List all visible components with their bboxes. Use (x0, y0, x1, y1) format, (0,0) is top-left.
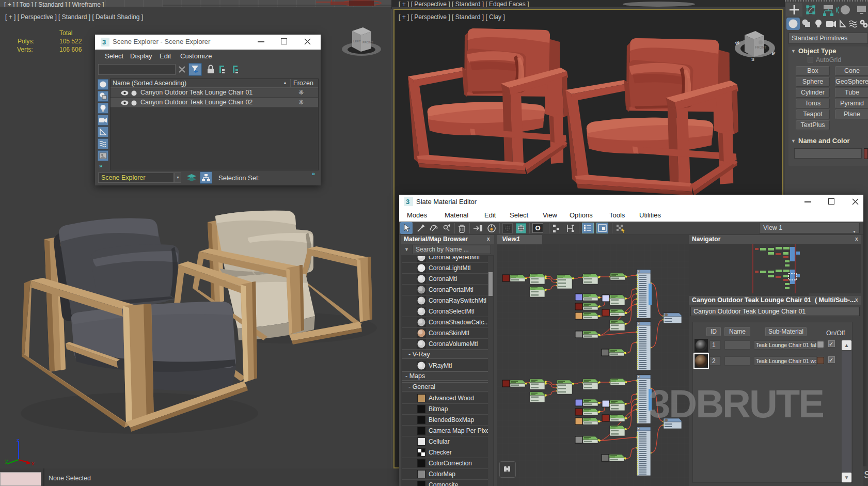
svg-text:S: S (751, 57, 754, 62)
svg-text:y: y (5, 458, 8, 464)
svg-text:FRONT: FRONT (755, 45, 766, 49)
svg-text:E: E (771, 51, 776, 56)
svg-text:3: 3 (102, 38, 106, 46)
svg-text:3: 3 (406, 198, 409, 206)
svg-text:x: x (31, 460, 35, 465)
svg-text:LEFT: LEFT (353, 40, 361, 43)
svg-text:z: z (17, 437, 20, 443)
svg-text:FRONT: FRONT (362, 41, 373, 44)
